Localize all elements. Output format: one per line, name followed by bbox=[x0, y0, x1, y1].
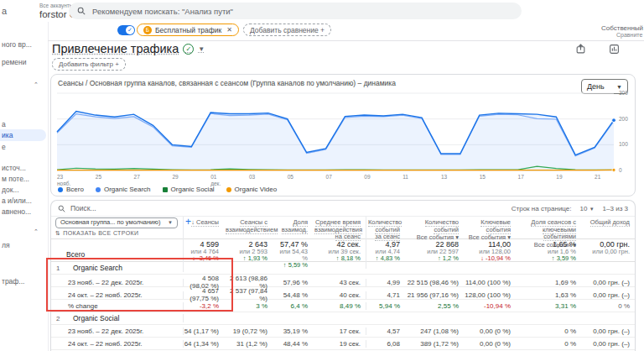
svg-text:05: 05 bbox=[288, 174, 294, 180]
column-header[interactable]: Количество событийВсе события ▾ bbox=[405, 217, 464, 249]
metric-cell: 43 сек. bbox=[313, 279, 366, 286]
comparison-chip[interactable]: Б Бесплатный трафик ✕ bbox=[137, 24, 239, 36]
svg-text:300: 300 bbox=[619, 90, 628, 96]
page-title: Привлечение трафика ✓ ▼ bbox=[52, 42, 205, 55]
table-body: Всего4 599или 4 764↓ -3,46 %2 643или 2 5… bbox=[51, 239, 635, 351]
sidebar-item[interactable]: ремени bbox=[2, 58, 45, 66]
table-header-row: Основная группа... по умолчанию) ▼ + ⇅ П… bbox=[51, 217, 635, 239]
collapse-chevron-icon[interactable]: ⌃ bbox=[34, 228, 39, 235]
metric-cell: 0 % bbox=[516, 327, 581, 335]
svg-text:27: 27 bbox=[134, 174, 141, 180]
sidebar-item[interactable]: ля bbox=[2, 241, 45, 249]
svg-text:13: 13 bbox=[441, 174, 448, 180]
legend-label: Organic Video bbox=[235, 186, 278, 193]
add-dimension-button[interactable]: + bbox=[185, 218, 191, 226]
date-range-row[interactable]: 23 нояб. – 22 дек. 2025г.4 508 (98,02 %)… bbox=[51, 275, 635, 287]
sidebar-item[interactable]: а и/или... bbox=[2, 196, 45, 205]
sidebar-item[interactable]: е bbox=[2, 143, 45, 151]
metric-cell: 19 (0,72 %) bbox=[224, 327, 273, 335]
row-label: 24 окт. – 22 нояб. 2025г. bbox=[51, 340, 184, 348]
metric-cell: 57,96 % bbox=[273, 279, 313, 286]
row-label: 24 окт. – 22 нояб. 2025г. bbox=[51, 291, 184, 299]
svg-text:01: 01 bbox=[210, 174, 217, 180]
column-header[interactable]: Сеансы с взаимодействием bbox=[224, 217, 273, 249]
add-comparison-button[interactable]: Добавить сравнение + bbox=[243, 24, 331, 36]
chevron-down-icon: ▼ bbox=[616, 84, 622, 90]
metric-cell: 3 % bbox=[224, 302, 273, 310]
column-header[interactable]: Доля сеансов с ключевыми событиямиВсе со… bbox=[516, 217, 581, 249]
left-nav-sidebar: ного вр...ремени⌃аикаеисточ...м поте...д… bbox=[0, 22, 49, 351]
column-header[interactable]: Ключевые событияВсе события ▾ bbox=[464, 217, 516, 249]
metric-cell: -3,2 % bbox=[184, 302, 224, 310]
add-filter-button[interactable]: Добавить фильтр + bbox=[52, 58, 126, 71]
date-range-row[interactable]: 24 окт. – 22 нояб. 2025г.64 (1,34 %)31 (… bbox=[51, 338, 635, 350]
logo-fragment: а bbox=[2, 6, 7, 16]
metric-cell: 6,08 bbox=[366, 340, 405, 348]
chevron-down-icon[interactable]: ▼ bbox=[198, 45, 205, 53]
sidebar-item[interactable]: док... bbox=[2, 186, 45, 194]
metric-cell: 4 657 (97,75 %) bbox=[184, 287, 224, 302]
comparison-toggle[interactable]: ✓ bbox=[117, 25, 135, 35]
column-header[interactable]: Количество событий за сеанс bbox=[366, 217, 405, 249]
table-search-input[interactable]: Поиск... bbox=[58, 204, 96, 212]
ga4-app: а Все аккаунты > forstor.ua forstor GA4▼… bbox=[0, 0, 644, 351]
column-header[interactable]: Среднее время взаимодействия на сеанс bbox=[313, 217, 366, 249]
metric-cell: 22 515 (98,46 %) bbox=[405, 279, 464, 286]
close-icon[interactable]: ✕ bbox=[226, 26, 232, 34]
check-icon: ✓ bbox=[126, 26, 134, 34]
legend-item[interactable]: Organic Social bbox=[163, 186, 215, 193]
sidebar-item[interactable]: ного вр... bbox=[2, 40, 45, 49]
svg-text:11: 11 bbox=[402, 174, 408, 180]
svg-text:07: 07 bbox=[326, 174, 333, 180]
sidebar-item[interactable]: траф... bbox=[2, 277, 45, 286]
comparison-band: ✓ Б Бесплатный трафик ✕ Добавить сравнен… bbox=[48, 22, 644, 41]
metric-cell: 0,00 грн. (–) bbox=[581, 327, 635, 335]
dimension-dropdown[interactable]: Основная группа... по умолчанию) ▼ bbox=[55, 217, 178, 228]
percent-change-row[interactable]: % change-3,2 %3 %6,4 %8,49 %5,94 %2,55 %… bbox=[51, 300, 635, 312]
date-range-selector[interactable]: Собственный23 ноя bbox=[601, 24, 644, 32]
metric-cell: 64 (1,34 %) bbox=[184, 340, 224, 348]
date-range-type: Собственный bbox=[601, 24, 643, 32]
report-header: Привлечение трафика ✓ ▼ bbox=[48, 40, 644, 57]
insights-icon[interactable] bbox=[609, 44, 620, 55]
table-toolbar: Поиск... Строк на странице: 10 ▼ 1–3 из … bbox=[51, 201, 635, 217]
sidebar-item[interactable]: а bbox=[2, 120, 45, 128]
svg-text:03: 03 bbox=[249, 174, 256, 180]
sidebar-item[interactable]: источ... bbox=[2, 164, 45, 172]
chart-card: Сеансы / Основная группа каналов, связан… bbox=[50, 74, 636, 196]
date-compare-label: Сравните 24 ок bbox=[616, 32, 644, 38]
legend-item[interactable]: Всего bbox=[58, 186, 84, 193]
column-header[interactable]: Общий доход bbox=[581, 217, 635, 249]
chart-title: Сеансы / Основная группа каналов, связан… bbox=[58, 79, 396, 87]
collapse-chevron-icon[interactable]: ⌃ bbox=[34, 81, 39, 88]
date-range-row[interactable]: 24 окт. – 22 нояб. 2025г.4 657 (97,75 %)… bbox=[51, 287, 635, 300]
sidebar-item-selected[interactable]: ика bbox=[0, 129, 46, 141]
svg-text:15: 15 bbox=[480, 174, 486, 180]
date-range-row[interactable]: 23 нояб. – 22 дек. 2025г.54 (1,17 %)19 (… bbox=[51, 325, 635, 338]
table-pagination: Строк на странице: 10 ▼ 1–3 из 3 bbox=[512, 205, 628, 212]
legend-marker-icon bbox=[163, 187, 168, 192]
legend-item[interactable]: Organic Video bbox=[226, 186, 278, 193]
metric-cell: 4,57 bbox=[366, 327, 405, 335]
group-name-cell: 1Organic Search bbox=[51, 264, 184, 272]
metric-cell: 4,71 bbox=[366, 291, 405, 299]
chevron-down-icon: ▼ bbox=[168, 219, 173, 227]
show-all-rows-button[interactable]: ⇅ ПОКАЗАТЬ ВСЕ СТРОКИ bbox=[55, 230, 138, 238]
column-header[interactable]: Доля взаимод. bbox=[273, 217, 313, 249]
metric-cell: 40 сек. bbox=[313, 291, 366, 299]
metric-cell: 17 сек. bbox=[313, 327, 366, 335]
metric-cell: 1,63 % bbox=[516, 291, 581, 299]
rows-per-page-select[interactable]: 10 ▼ bbox=[580, 205, 595, 212]
metric-cell: 114,00 (100 %) bbox=[464, 279, 516, 286]
metric-cell: 31 (1,2 %) bbox=[224, 340, 273, 348]
svg-text:25: 25 bbox=[96, 174, 102, 180]
metric-cell: 3,31 % bbox=[516, 302, 581, 310]
group-header-row[interactable]: 2Organic Social bbox=[51, 312, 635, 325]
sidebar-item[interactable]: авнено... bbox=[2, 207, 45, 216]
legend-item[interactable]: Organic Search bbox=[96, 186, 151, 193]
search-input[interactable]: Рекомендуем поискать: "Анализ пути" bbox=[69, 3, 522, 19]
svg-text:0: 0 bbox=[619, 167, 622, 173]
share-icon[interactable] bbox=[575, 44, 586, 55]
metric-cell: 4,99 bbox=[366, 279, 405, 286]
sidebar-item[interactable]: м поте... bbox=[2, 175, 45, 183]
